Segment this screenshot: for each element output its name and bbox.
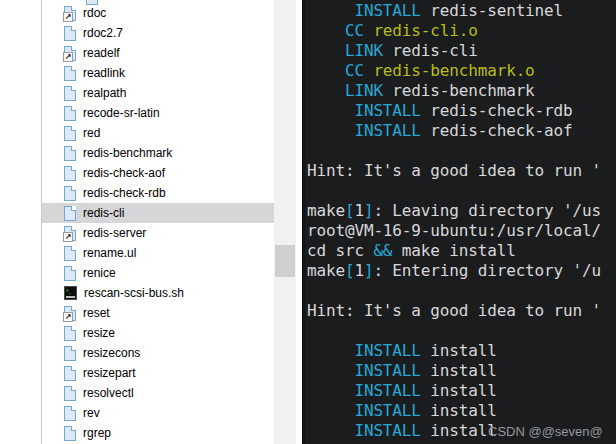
file-name: rename.ul <box>83 246 136 260</box>
file-row-readlink[interactable]: readlink <box>42 63 274 83</box>
terminal-text-segment: Hint: It's a good idea to run ' <box>307 161 601 180</box>
document-file-icon <box>64 406 76 421</box>
shortcut-file-icon <box>64 6 76 21</box>
terminal-text-segment: ] <box>364 261 373 280</box>
terminal-text-segment <box>307 381 354 400</box>
file-row-reset[interactable]: reset <box>42 303 274 323</box>
file-name: rdoc <box>83 6 106 20</box>
terminal-text-segment: redis-check-rdb <box>421 101 573 120</box>
file-row-rdoc[interactable]: rdoc <box>42 3 274 23</box>
terminal-text-segment: INSTALL <box>354 421 420 440</box>
terminal-line: LINK redis-cli <box>305 41 616 61</box>
terminal-text-segment: INSTALL <box>354 101 420 120</box>
terminal-line <box>305 321 616 341</box>
scrollbar-thumb[interactable] <box>275 245 295 277</box>
watermark: CSDN @@seven@ <box>488 424 603 439</box>
document-file-icon <box>64 346 76 361</box>
terminal-text-segment: INSTALL <box>354 341 420 360</box>
file-row-realpath[interactable]: realpath <box>42 83 274 103</box>
file-list-scrollbar[interactable] <box>274 0 296 444</box>
file-name: redis-check-aof <box>83 166 165 180</box>
file-name: readelf <box>83 46 120 60</box>
file-name: realpath <box>83 86 126 100</box>
terminal-text-segment: install <box>421 341 497 360</box>
terminal-text-segment: LINK <box>345 81 383 100</box>
file-row-redis-check-rdb[interactable]: redis-check-rdb <box>42 183 274 203</box>
file-row-resizecons[interactable]: resizecons <box>42 343 274 363</box>
split-view: rdocrdoc2.7readelfreadlinkrealpathrecode… <box>0 0 616 444</box>
terminal-line: INSTALL install <box>305 341 616 361</box>
terminal-text-segment: 1 <box>354 201 363 220</box>
terminal-text-segment <box>307 81 345 100</box>
file-name: reset <box>83 306 110 320</box>
terminal-text-segment: 1 <box>354 261 363 280</box>
file-name: redis-benchmark <box>83 146 172 160</box>
terminal-text-segment: make <box>307 201 345 220</box>
terminal-text-segment: redis-benchmark.o <box>373 61 534 80</box>
document-file-icon <box>64 366 76 381</box>
terminal-line: INSTALL install <box>305 381 616 401</box>
file-row-redis-server[interactable]: redis-server <box>42 223 274 243</box>
file-row-rescan-scsi-bus.sh[interactable]: rescan-scsi-bus.sh <box>42 283 274 303</box>
terminal-line: Hint: It's a good idea to run ' <box>305 161 616 181</box>
terminal-text-segment <box>307 421 354 440</box>
file-row-rev[interactable]: rev <box>42 403 274 423</box>
terminal-text-segment: [ <box>345 261 354 280</box>
terminal-text-segment <box>307 401 354 420</box>
document-file-icon <box>64 146 76 161</box>
file-row-redis-cli[interactable]: redis-cli <box>42 203 274 223</box>
file-row-rename.ul[interactable]: rename.ul <box>42 243 274 263</box>
terminal-text-segment <box>364 21 373 40</box>
file-row-resize[interactable]: resize <box>42 323 274 343</box>
terminal-text-segment: make install <box>392 241 515 260</box>
file-name: redis-check-rdb <box>83 186 166 200</box>
file-name: readlink <box>83 66 125 80</box>
document-file-icon <box>64 246 76 261</box>
terminal-line <box>305 281 616 301</box>
terminal-text-segment <box>307 21 345 40</box>
terminal-panel[interactable]: INSTALL redis-sentinel CC redis-cli.o LI… <box>305 0 616 444</box>
file-row-resizepart[interactable]: resizepart <box>42 363 274 383</box>
terminal-line: INSTALL redis-check-aof <box>305 121 616 141</box>
terminal-line: Hint: It's a good idea to run ' <box>305 301 616 321</box>
file-row-redis-check-aof[interactable]: redis-check-aof <box>42 163 274 183</box>
shortcut-file-icon <box>64 46 76 61</box>
terminal-text-segment: INSTALL <box>354 1 420 20</box>
file-row-readelf[interactable]: readelf <box>42 43 274 63</box>
shortcut-file-icon <box>64 306 76 321</box>
file-name: rdoc2.7 <box>83 26 123 40</box>
file-name: rgrep <box>83 426 111 440</box>
file-row-red[interactable]: red <box>42 123 274 143</box>
terminal-text-segment: LINK <box>345 41 383 60</box>
terminal-line <box>305 141 616 161</box>
file-row-rdoc2.7[interactable]: rdoc2.7 <box>42 23 274 43</box>
terminal-text-segment <box>307 121 354 140</box>
terminal-text-segment: : Entering directory '/u <box>373 261 601 280</box>
terminal-text-segment: INSTALL <box>354 121 420 140</box>
terminal-text-segment: : Leaving directory '/us <box>373 201 601 220</box>
terminal-text-segment: CC <box>345 21 364 40</box>
terminal-line: INSTALL install <box>305 401 616 421</box>
terminal-line: INSTALL redis-sentinel <box>305 1 616 21</box>
file-name: redis-server <box>83 226 146 240</box>
terminal-text-segment <box>307 101 354 120</box>
terminal-text-segment: redis-benchmark <box>383 81 535 100</box>
document-file-icon <box>64 386 76 401</box>
terminal-text-segment: install <box>421 421 497 440</box>
terminal-line: INSTALL redis-check-rdb <box>305 101 616 121</box>
file-row-rgrep[interactable]: rgrep <box>42 423 274 443</box>
terminal-text-segment: root@VM-16-9-ubuntu:/usr/local/ <box>307 221 601 240</box>
terminal-text-segment: redis-check-aof <box>421 121 573 140</box>
file-row-resolvectl[interactable]: resolvectl <box>42 383 274 403</box>
terminal-text-segment: [ <box>345 201 354 220</box>
document-file-icon <box>64 66 76 81</box>
terminal-line: CC redis-benchmark.o <box>305 61 616 81</box>
document-file-icon <box>64 426 76 441</box>
file-row-renice[interactable]: renice <box>42 263 274 283</box>
terminal-output: INSTALL redis-sentinel CC redis-cli.o LI… <box>305 1 616 444</box>
file-row-recode-sr-latin[interactable]: recode-sr-latin <box>42 103 274 123</box>
shortcut-file-icon <box>64 226 76 241</box>
document-file-icon <box>64 186 76 201</box>
file-row-redis-benchmark[interactable]: redis-benchmark <box>42 143 274 163</box>
terminal-text-segment: && <box>373 241 392 260</box>
